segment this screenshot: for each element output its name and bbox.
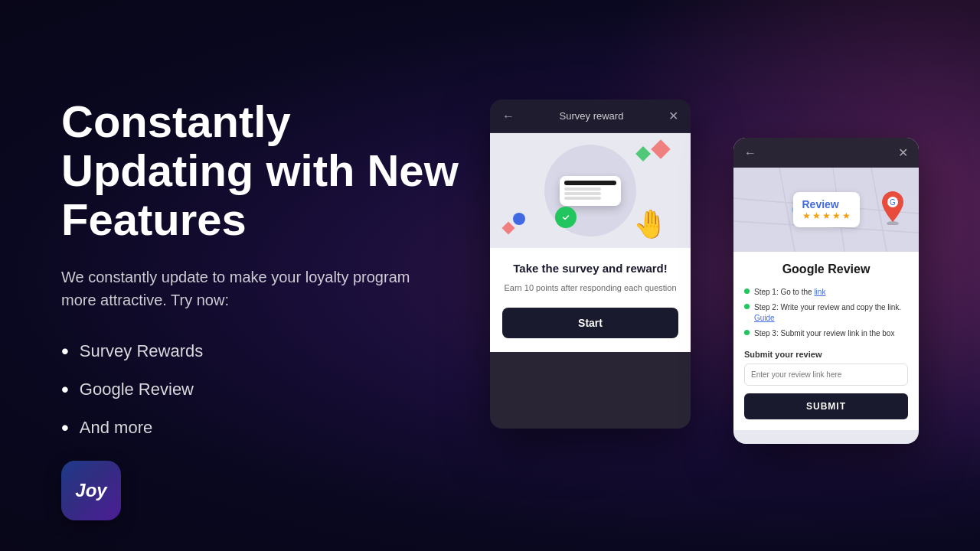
google-review-title: Google Review <box>744 262 908 276</box>
survey-illustration: 🤚 <box>490 133 691 248</box>
phone-illustration <box>560 176 621 206</box>
feature-item-2: Google Review <box>61 377 459 402</box>
phone-mockups: ← Survey reward ✕ <box>490 84 919 467</box>
feature-label-3: And more <box>80 418 152 438</box>
step-dot-2 <box>744 304 750 309</box>
headline-line1: Constantly <box>61 96 291 146</box>
step-1-prefix: Step 1: Go to the <box>754 288 814 296</box>
survey-card-body: Take the survey and reward! Earn 10 poin… <box>490 248 691 352</box>
review-step-1: Step 1: Go to the link <box>744 287 908 298</box>
hand-icon: 🤚 <box>633 208 668 240</box>
survey-title: Take the survey and reward! <box>502 262 678 275</box>
svg-text:G: G <box>890 198 896 207</box>
feature-item-1: Survey Rewards <box>61 339 459 364</box>
survey-close-button[interactable]: ✕ <box>668 109 678 123</box>
feature-label-1: Survey Rewards <box>80 341 203 361</box>
survey-start-button[interactable]: Start <box>502 308 678 338</box>
submit-button[interactable]: SUBMIT <box>744 393 908 419</box>
survey-back-button[interactable]: ← <box>502 109 514 123</box>
green-check-circle <box>555 207 577 228</box>
review-step-2: Step 2: Write your review and copy the l… <box>744 302 908 324</box>
step-dot-3 <box>744 330 750 335</box>
survey-header-title: Survey reward <box>514 110 668 122</box>
review-steps: Step 1: Go to the link Step 2: Write you… <box>744 287 908 339</box>
review-back-button[interactable]: ← <box>744 146 756 160</box>
step-2-text: Step 2: Write your review and copy the l… <box>754 302 908 324</box>
submit-label: Submit your review <box>744 350 908 359</box>
feature-list: Survey Rewards Google Review And more <box>61 339 459 440</box>
map-pin-icon: G <box>879 191 906 228</box>
review-close-button[interactable]: ✕ <box>898 145 908 160</box>
star-1: ★ <box>802 210 811 221</box>
step-3-text: Step 3: Submit your review link in the b… <box>754 328 894 339</box>
star-3: ★ <box>822 210 831 221</box>
star-4: ★ <box>832 210 841 221</box>
feature-label-2: Google Review <box>80 380 194 399</box>
review-card: ← ✕ Review <box>733 138 919 444</box>
step-1-text: Step 1: Go to the link <box>754 287 825 298</box>
svg-point-0 <box>560 212 571 223</box>
diamond-decoration-2 <box>635 146 651 161</box>
review-label-card: Review ★ ★ ★ ★ ★ <box>793 192 860 227</box>
illus-bar-3 <box>564 192 601 195</box>
review-step-3: Step 3: Submit your review link in the b… <box>744 328 908 339</box>
star-rating: ★ ★ ★ ★ ★ <box>802 210 851 221</box>
step-2-link[interactable]: Guide <box>754 314 775 322</box>
diamond-decoration-1 <box>651 139 670 158</box>
step-2-prefix: Step 2: Write your review and copy the l… <box>754 303 901 311</box>
star-5: ★ <box>842 210 851 221</box>
feature-item-3: And more <box>61 416 459 440</box>
review-card-content: Google Review Step 1: Go to the link Ste… <box>733 252 919 430</box>
illus-bar-2 <box>564 187 601 191</box>
headline: Constantly Updating with New Features <box>61 97 459 243</box>
diamond-decoration-3 <box>502 222 515 235</box>
headline-line2: Updating with New <box>61 145 459 195</box>
left-section: Constantly Updating with New Features We… <box>61 97 490 453</box>
headline-line3: Features <box>61 194 247 244</box>
survey-card: ← Survey reward ✕ <box>490 99 691 429</box>
review-card-header: ← ✕ <box>733 138 919 168</box>
illus-bar-4 <box>564 197 601 200</box>
review-label-text: Review <box>802 198 851 210</box>
review-link-input[interactable] <box>744 364 908 386</box>
survey-description: Earn 10 points after responding each que… <box>502 282 678 294</box>
illus-bar-1 <box>564 181 616 185</box>
circle-decoration <box>513 213 525 225</box>
subtitle: We constantly update to make your loyalt… <box>61 266 429 311</box>
review-illustration: Review ★ ★ ★ ★ ★ <box>733 168 919 252</box>
step-1-link[interactable]: link <box>814 288 825 296</box>
star-2: ★ <box>812 210 821 221</box>
step-dot-1 <box>744 289 750 294</box>
survey-card-header: ← Survey reward ✕ <box>490 99 691 133</box>
